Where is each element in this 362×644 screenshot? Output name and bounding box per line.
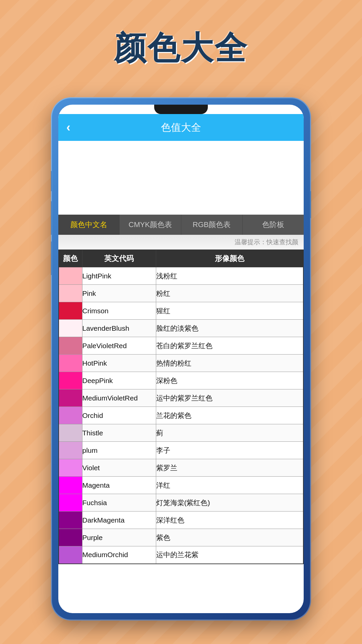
color-desc-cell: 洋红 xyxy=(156,477,303,494)
page-bg-title: 颜色大全 xyxy=(0,27,362,70)
color-swatch-cell xyxy=(59,285,82,302)
color-desc-cell: 蓟 xyxy=(156,424,303,442)
power-button xyxy=(310,191,311,218)
phone-frame: ‹ 色值大全 颜色中文名 CMYK颜色表 RGB颜色表 色阶板 温馨提示：快速查… xyxy=(51,97,311,621)
color-swatch-cell xyxy=(59,424,82,442)
table-row: DeepPink深粉色 xyxy=(59,372,303,389)
table-row: plum李子 xyxy=(59,442,303,459)
ad-banner xyxy=(58,141,304,215)
color-desc-cell: 粉红 xyxy=(156,285,303,302)
table-row: Crimson猩红 xyxy=(59,302,303,320)
color-swatch-cell xyxy=(59,442,82,459)
col-header-desc: 形像颜色 xyxy=(156,250,303,267)
color-desc-cell: 深洋红色 xyxy=(156,512,303,529)
color-name-cell: plum xyxy=(82,442,156,459)
color-swatch-cell xyxy=(59,389,82,407)
color-swatch-cell xyxy=(59,267,82,285)
color-desc-cell: 猩红 xyxy=(156,302,303,320)
phone-screen: ‹ 色值大全 颜色中文名 CMYK颜色表 RGB颜色表 色阶板 温馨提示：快速查… xyxy=(58,105,304,613)
col-header-name: 英文代码 xyxy=(82,250,156,267)
table-row: LightPink浅粉红 xyxy=(59,267,303,285)
color-name-cell: MediumOrchid xyxy=(82,546,156,564)
table-row: MediumVioletRed运中的紫罗兰红色 xyxy=(59,389,303,407)
color-name-cell: Fuchsia xyxy=(82,494,156,512)
color-desc-cell: 李子 xyxy=(156,442,303,459)
table-row: PaleVioletRed苍白的紫罗兰红色 xyxy=(59,337,303,355)
color-name-cell: Thistle xyxy=(82,424,156,442)
color-swatch-cell xyxy=(59,407,82,424)
tab-rgb[interactable]: RGB颜色表 xyxy=(181,215,243,235)
volume-up-button xyxy=(51,201,52,235)
color-name-cell: Magenta xyxy=(82,477,156,494)
color-desc-cell: 紫罗兰 xyxy=(156,459,303,477)
phone-notch xyxy=(154,105,208,114)
color-swatch-cell xyxy=(59,459,82,477)
back-button[interactable]: ‹ xyxy=(66,120,70,135)
color-name-cell: DeepPink xyxy=(82,372,156,389)
color-swatch-cell xyxy=(59,355,82,372)
color-desc-cell: 浅粉红 xyxy=(156,267,303,285)
table-row: Thistle蓟 xyxy=(59,424,303,442)
color-swatch-cell xyxy=(59,337,82,355)
col-header-color: 颜色 xyxy=(59,250,82,267)
color-swatch-cell xyxy=(59,546,82,564)
color-name-cell: Violet xyxy=(82,459,156,477)
color-name-cell: DarkMagenta xyxy=(82,512,156,529)
color-name-cell: Crimson xyxy=(82,302,156,320)
hint-bar: 温馨提示：快速查找颜 xyxy=(58,235,304,250)
color-desc-cell: 脸红的淡紫色 xyxy=(156,320,303,337)
table-row: Purple紫色 xyxy=(59,529,303,546)
color-name-cell: Orchid xyxy=(82,407,156,424)
app-header: ‹ 色值大全 xyxy=(58,114,304,141)
table-row: Orchid兰花的紫色 xyxy=(59,407,303,424)
color-name-cell: HotPink xyxy=(82,355,156,372)
color-name-cell: LavenderBlush xyxy=(82,320,156,337)
color-swatch-cell xyxy=(59,494,82,512)
color-desc-cell: 紫色 xyxy=(156,529,303,546)
color-desc-cell: 兰花的紫色 xyxy=(156,407,303,424)
tab-chinese-name[interactable]: 颜色中文名 xyxy=(58,215,120,235)
color-table: 颜色 英文代码 形像颜色 LightPink浅粉红Pink粉红Crimson猩红… xyxy=(58,250,304,564)
color-desc-cell: 运中的紫罗兰红色 xyxy=(156,389,303,407)
color-name-cell: Purple xyxy=(82,529,156,546)
color-swatch-cell xyxy=(59,477,82,494)
color-desc-cell: 深粉色 xyxy=(156,372,303,389)
header-title: 色值大全 xyxy=(161,121,201,135)
hint-text: 温馨提示：快速查找颜 xyxy=(235,238,298,247)
table-row: HotPink热情的粉红 xyxy=(59,355,303,372)
table-row: Violet紫罗兰 xyxy=(59,459,303,477)
table-row: MediumOrchid运中的兰花紫 xyxy=(59,546,303,564)
color-table-wrapper[interactable]: 颜色 英文代码 形像颜色 LightPink浅粉红Pink粉红Crimson猩红… xyxy=(58,250,304,613)
color-desc-cell: 热情的粉红 xyxy=(156,355,303,372)
tab-gradient[interactable]: 色阶板 xyxy=(243,215,304,235)
color-desc-cell: 灯笼海棠(紫红色) xyxy=(156,494,303,512)
color-desc-cell: 苍白的紫罗兰红色 xyxy=(156,337,303,355)
tab-bar: 颜色中文名 CMYK颜色表 RGB颜色表 色阶板 xyxy=(58,215,304,235)
table-row: LavenderBlush脸红的淡紫色 xyxy=(59,320,303,337)
color-name-cell: MediumVioletRed xyxy=(82,389,156,407)
mute-button xyxy=(51,171,52,191)
color-name-cell: PaleVioletRed xyxy=(82,337,156,355)
color-swatch-cell xyxy=(59,372,82,389)
table-row: DarkMagenta深洋红色 xyxy=(59,512,303,529)
color-swatch-cell xyxy=(59,529,82,546)
tab-cmyk[interactable]: CMYK颜色表 xyxy=(120,215,181,235)
volume-down-button xyxy=(51,241,52,275)
color-swatch-cell xyxy=(59,320,82,337)
table-row: Pink粉红 xyxy=(59,285,303,302)
color-desc-cell: 运中的兰花紫 xyxy=(156,546,303,564)
color-swatch-cell xyxy=(59,302,82,320)
table-row: Fuchsia灯笼海棠(紫红色) xyxy=(59,494,303,512)
color-name-cell: LightPink xyxy=(82,267,156,285)
color-swatch-cell xyxy=(59,512,82,529)
table-row: Magenta洋红 xyxy=(59,477,303,494)
color-name-cell: Pink xyxy=(82,285,156,302)
